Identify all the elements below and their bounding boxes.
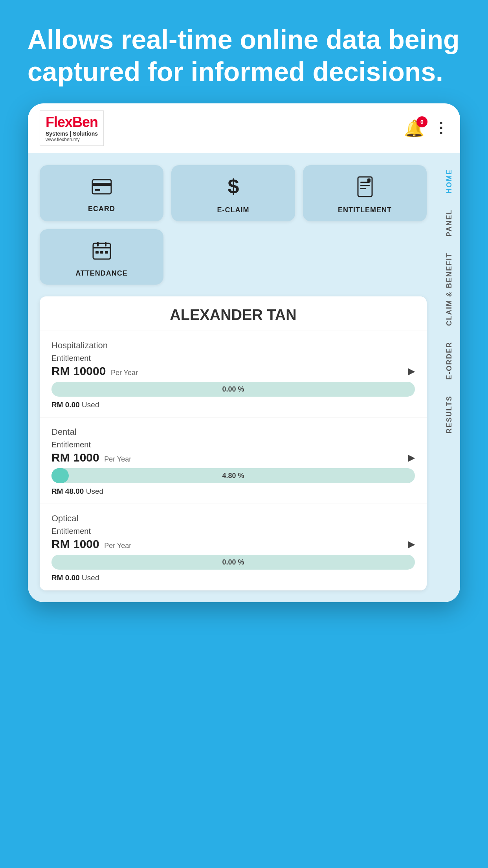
svg-rect-1 (92, 183, 111, 186)
user-card: ALEXANDER TAN Hospitalization Entitlemen… (40, 296, 427, 590)
hospitalization-chevron-icon[interactable]: ▶ (408, 366, 415, 377)
dental-amount: RM 1000 Per Year (51, 451, 131, 464)
tile-eclaim[interactable]: $ E-CLAIM (171, 165, 295, 221)
side-nav-eorder[interactable]: E-ORDER (441, 334, 457, 388)
svg-rect-15 (105, 251, 108, 254)
dental-amount-value: RM 1000 (51, 451, 99, 464)
optical-section: Optical Entitlement RM 1000 Per Year ▶ 0… (40, 504, 427, 590)
logo-url: www.flexben.my (46, 137, 98, 142)
optical-amount-value: RM 1000 (51, 537, 99, 550)
optical-progress-bar: 0.00 % (51, 555, 415, 570)
dental-chevron-icon[interactable]: ▶ (408, 452, 415, 463)
dental-entitlement-label: Entitlement (51, 440, 415, 449)
dental-amount-row: RM 1000 Per Year ▶ (51, 451, 415, 464)
svg-rect-11 (97, 242, 99, 246)
hospitalization-used-amount: RM 0.00 (51, 401, 80, 409)
ecard-label: ECARD (88, 205, 115, 213)
entitlement-label: ENTITLEMENT (338, 206, 392, 214)
svg-rect-8 (367, 178, 371, 182)
side-nav-results[interactable]: RESULTS (441, 388, 457, 441)
dental-used: RM 48.00 Used (51, 487, 415, 496)
content-area: ECARD $ E-CLAIM (28, 153, 438, 602)
hospitalization-amount: RM 10000 Per Year (51, 364, 138, 378)
svg-rect-12 (105, 242, 106, 246)
optical-category: Optical (51, 513, 415, 524)
main-area: HOME PANEL CLAIM & BENEFIT E-ORDER RESUL… (28, 153, 460, 602)
optical-used-amount: RM 0.00 (51, 574, 80, 582)
optical-used: RM 0.00 Used (51, 574, 415, 582)
tiles-row2: ATTENDANCE (40, 229, 427, 285)
dental-used-amount: RM 48.00 (51, 487, 84, 495)
logo-box: FlexBen Systems | Solutions www.flexben.… (40, 110, 104, 146)
svg-rect-6 (360, 185, 370, 186)
side-nav-claim-benefit[interactable]: CLAIM & BENEFIT (441, 245, 457, 334)
user-name: ALEXANDER TAN (40, 296, 427, 331)
attendance-label: ATTENDANCE (75, 269, 128, 278)
svg-rect-2 (95, 189, 100, 191)
entitlement-icon (356, 176, 374, 202)
eclaim-icon: $ (225, 176, 242, 202)
hospitalization-amount-value: RM 10000 (51, 364, 106, 377)
side-nav: HOME PANEL CLAIM & BENEFIT E-ORDER RESUL… (438, 153, 460, 602)
hospitalization-period: Per Year (111, 369, 138, 377)
svg-text:$: $ (227, 176, 239, 197)
dental-section: Dental Entitlement RM 1000 Per Year ▶ 4.… (40, 417, 427, 504)
svg-rect-14 (100, 251, 103, 254)
dental-category: Dental (51, 427, 415, 437)
attendance-icon (92, 240, 112, 265)
svg-rect-0 (92, 180, 111, 194)
app-header: FlexBen Systems | Solutions www.flexben.… (28, 103, 460, 153)
hospitalization-progress-bar: 0.00 % (51, 382, 415, 397)
hospitalization-category: Hospitalization (51, 340, 415, 351)
side-nav-home[interactable]: HOME (441, 161, 457, 201)
hospitalization-entitlement-label: Entitlement (51, 354, 415, 363)
ecard-icon (92, 177, 112, 201)
tile-entitlement[interactable]: ENTITLEMENT (303, 165, 427, 221)
optical-progress-label: 0.00 % (222, 558, 244, 566)
dental-progress-fill (51, 468, 69, 483)
optical-period: Per Year (104, 542, 131, 550)
phone-mockup: FlexBen Systems | Solutions www.flexben.… (28, 103, 460, 602)
eclaim-label: E-CLAIM (217, 206, 250, 214)
optical-chevron-icon[interactable]: ▶ (408, 539, 415, 550)
optical-entitlement-label: Entitlement (51, 527, 415, 536)
hospitalization-progress-label: 0.00 % (222, 385, 244, 394)
hospitalization-used: RM 0.00 Used (51, 401, 415, 409)
more-menu-button[interactable]: ⋮ (434, 120, 448, 136)
tiles-row1: ECARD $ E-CLAIM (40, 165, 427, 221)
header-icons: 🔔 0 ⋮ (404, 119, 448, 138)
headline-text: Allows real-time online data being captu… (0, 0, 488, 103)
tile-attendance[interactable]: ATTENDANCE (40, 229, 163, 285)
svg-rect-7 (360, 188, 366, 189)
dental-progress-label: 4.80 % (222, 472, 244, 480)
tile-ecard[interactable]: ECARD (40, 165, 163, 221)
svg-rect-10 (93, 247, 110, 248)
dental-period: Per Year (104, 455, 131, 463)
optical-amount-row: RM 1000 Per Year ▶ (51, 537, 415, 551)
logo-brand: FlexBen (46, 114, 98, 131)
hospitalization-amount-row: RM 10000 Per Year ▶ (51, 364, 415, 378)
dental-progress-bar: 4.80 % (51, 468, 415, 483)
hospitalization-section: Hospitalization Entitlement RM 10000 Per… (40, 331, 427, 417)
logo-sub: Systems | Solutions (46, 131, 98, 137)
svg-rect-13 (95, 251, 99, 254)
notification-bell[interactable]: 🔔 0 (404, 119, 424, 138)
optical-amount: RM 1000 Per Year (51, 537, 131, 551)
notification-badge: 0 (416, 116, 427, 127)
side-nav-panel[interactable]: PANEL (441, 201, 457, 245)
